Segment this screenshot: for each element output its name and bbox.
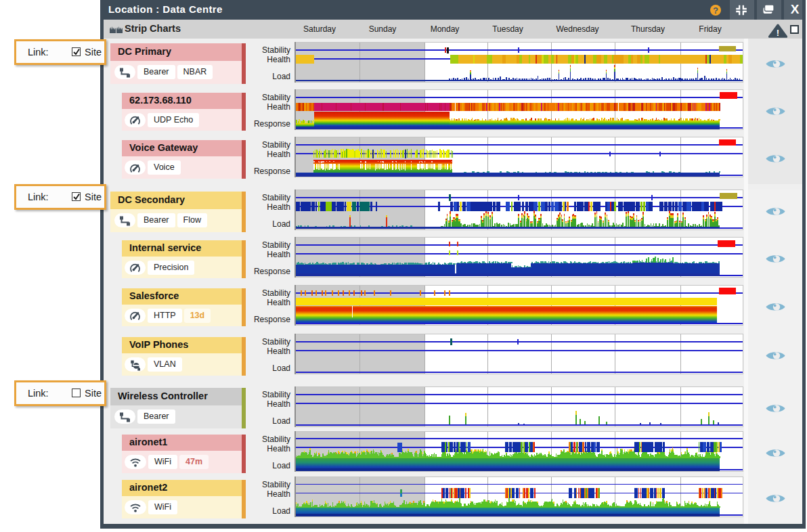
svg-text:!: ! bbox=[777, 27, 779, 37]
svg-text:?: ? bbox=[713, 5, 718, 16]
